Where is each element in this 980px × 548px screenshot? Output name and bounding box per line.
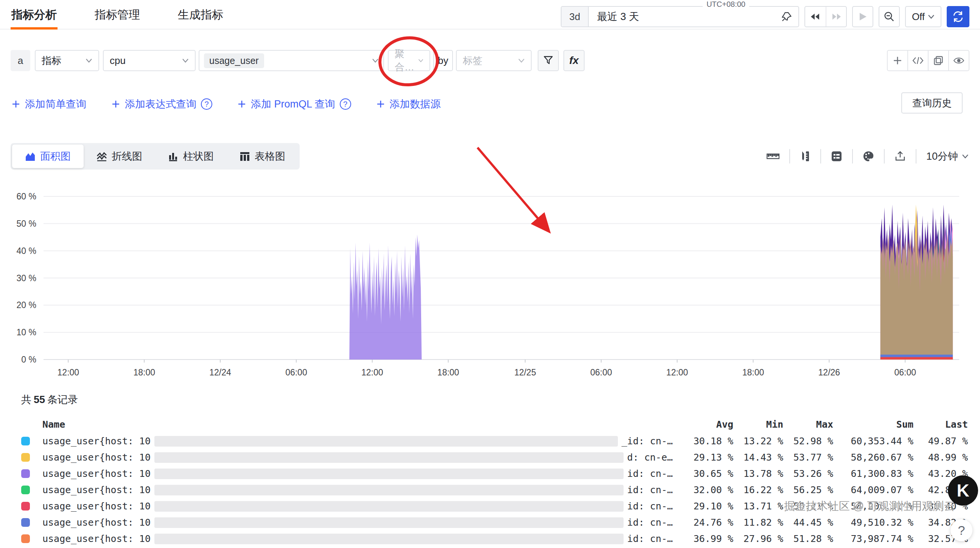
y-axis-tick: 10 % bbox=[17, 327, 36, 337]
add-query-links: 添加简单查询 添加表达式查询 ? 添加 PromQL 查询 ? 添加数据源 查询… bbox=[11, 94, 969, 114]
x-axis-tick: 12/24 bbox=[209, 368, 231, 377]
chart-canvas[interactable]: 0 %10 %20 %30 %40 %50 %60 %12:0018:0012/… bbox=[0, 172, 980, 384]
interval-select[interactable]: 10分钟 bbox=[926, 150, 969, 163]
zoom-out-button[interactable] bbox=[878, 6, 900, 27]
series-name-prefix: usage_user{host: 10 bbox=[42, 468, 151, 479]
tab-metric-analysis[interactable]: 指标分析 bbox=[11, 0, 57, 30]
redacted-host-segment bbox=[154, 468, 624, 479]
y-axis-tick: 60 % bbox=[17, 191, 36, 201]
field-select[interactable]: usage_user bbox=[199, 50, 384, 71]
col-min[interactable]: Min bbox=[733, 419, 783, 430]
filter-button[interactable] bbox=[538, 50, 559, 71]
group-by-tag-select[interactable]: 标签 bbox=[456, 50, 531, 71]
tab-bar-chart[interactable]: 柱状图 bbox=[155, 145, 227, 168]
x-axis-tick: 18:00 bbox=[133, 368, 155, 377]
series-name: usage_user{host: 10 id: cn-… bbox=[42, 517, 673, 528]
toggle-visibility-button[interactable] bbox=[948, 50, 969, 71]
divider bbox=[820, 149, 821, 164]
last-value: 48.99 % bbox=[913, 452, 969, 463]
table-row[interactable]: usage_user{host: 10 id: cn-… 24.76 % 11.… bbox=[11, 514, 969, 530]
area-series[interactable] bbox=[880, 240, 953, 360]
series-color-swatch bbox=[21, 453, 30, 462]
step-forward-button[interactable] bbox=[826, 7, 846, 27]
play-button[interactable] bbox=[852, 6, 873, 27]
auto-refresh-select[interactable]: Off bbox=[905, 6, 942, 27]
series-name-suffix: id: cn-… bbox=[627, 501, 673, 512]
max-value: 56.25 % bbox=[783, 484, 833, 495]
fx-button[interactable]: fx bbox=[563, 50, 585, 71]
table-row[interactable]: usage_user{host: 10 d: cn-e… 29.13 % 14.… bbox=[11, 449, 969, 465]
col-name[interactable]: Name bbox=[42, 419, 673, 430]
help-button[interactable]: ? bbox=[950, 519, 972, 541]
table-row[interactable]: usage_user{host: 10 _id: cn-… 30.18 % 13… bbox=[11, 433, 969, 449]
table-row[interactable]: usage_user{host: 10 id: cn-… 36.99 % 27.… bbox=[11, 530, 969, 547]
legend-table-button[interactable] bbox=[831, 151, 842, 162]
tab-metric-management[interactable]: 指标管理 bbox=[95, 0, 140, 30]
min-value: 13.71 % bbox=[733, 501, 783, 512]
last-value: 49.87 % bbox=[913, 436, 969, 446]
step-back-button[interactable] bbox=[805, 7, 826, 27]
bar-chart-label: 柱状图 bbox=[183, 150, 214, 163]
x-axis-tick: 12/25 bbox=[514, 368, 536, 377]
table-body: usage_user{host: 10 _id: cn-… 30.18 % 13… bbox=[11, 433, 969, 547]
table-row[interactable]: usage_user{host: 10 id: cn-… 32.00 % 16.… bbox=[11, 482, 969, 498]
time-range-picker[interactable]: 3d 最近 3 天 bbox=[561, 6, 799, 27]
add-expression-query-label: 添加表达式查询 bbox=[125, 97, 196, 111]
query-history-button[interactable]: 查询历史 bbox=[901, 92, 963, 113]
tab-area-chart[interactable]: 面积图 bbox=[12, 145, 84, 168]
fx-label: fx bbox=[570, 54, 579, 67]
add-datasource-label: 添加数据源 bbox=[390, 97, 441, 111]
area-series[interactable] bbox=[880, 357, 953, 360]
export-button[interactable] bbox=[894, 151, 906, 162]
series-name-suffix: id: cn-… bbox=[627, 533, 673, 544]
x-axis-tick: 12:00 bbox=[666, 368, 688, 377]
col-avg[interactable]: Avg bbox=[673, 419, 733, 430]
redacted-host-segment bbox=[154, 517, 624, 528]
tab-table-chart[interactable]: 表格图 bbox=[227, 145, 298, 168]
series-name-prefix: usage_user{host: 10 bbox=[42, 452, 151, 463]
sum-value: 61,300.83 % bbox=[833, 468, 913, 479]
max-value: 53.77 % bbox=[783, 452, 833, 463]
area-series[interactable] bbox=[349, 235, 422, 360]
chart-type-tabs: 面积图 折线图 柱状图 表格图 bbox=[11, 143, 300, 170]
avg-value: 29.13 % bbox=[673, 452, 733, 463]
watermark-text: 掘金技术社区 @ 可观测性用观测云 bbox=[784, 499, 955, 514]
query-type-select[interactable]: 指标 bbox=[35, 50, 99, 71]
aggregation-select[interactable]: 聚合… bbox=[388, 50, 430, 71]
refresh-button[interactable] bbox=[947, 6, 969, 27]
field-tag[interactable]: usage_user bbox=[204, 53, 264, 68]
add-simple-query-link[interactable]: 添加简单查询 bbox=[11, 97, 86, 111]
help-icon[interactable]: ? bbox=[340, 99, 351, 110]
min-value: 13.22 % bbox=[733, 436, 783, 446]
interval-value: 10分钟 bbox=[926, 150, 958, 163]
x-axis-tick: 12:00 bbox=[361, 368, 383, 377]
min-value: 27.96 % bbox=[733, 533, 783, 544]
plus-icon bbox=[892, 56, 902, 65]
add-expression-query-link[interactable]: 添加表达式查询 ? bbox=[111, 97, 212, 111]
area-chart-icon bbox=[25, 151, 35, 161]
max-value: 44.45 % bbox=[783, 517, 833, 528]
redacted-host-segment bbox=[154, 534, 624, 544]
add-promql-query-link[interactable]: 添加 PromQL 查询 ? bbox=[237, 97, 351, 111]
series-name-suffix: _id: cn-… bbox=[622, 436, 673, 446]
code-view-button[interactable] bbox=[907, 50, 929, 71]
pin-icon[interactable] bbox=[775, 7, 799, 27]
add-datasource-link[interactable]: 添加数据源 bbox=[376, 97, 441, 111]
add-query-button[interactable] bbox=[887, 50, 908, 71]
timezone-label: UTC+08:00 bbox=[703, 0, 749, 9]
col-max[interactable]: Max bbox=[783, 419, 833, 430]
table-row[interactable]: usage_user{host: 10 id: cn-… 30.65 % 13.… bbox=[11, 465, 969, 482]
palette-button[interactable] bbox=[863, 151, 874, 162]
metric-select[interactable]: cpu bbox=[103, 50, 196, 71]
duplicate-query-button[interactable] bbox=[928, 50, 949, 71]
divider bbox=[916, 149, 916, 164]
line-chart-icon bbox=[97, 151, 107, 161]
col-sum[interactable]: Sum bbox=[833, 419, 913, 430]
help-icon[interactable]: ? bbox=[201, 99, 212, 110]
ruler-button[interactable] bbox=[767, 151, 780, 161]
col-last[interactable]: Last bbox=[913, 419, 969, 430]
pen-ruler-button[interactable] bbox=[800, 151, 810, 162]
tab-generate-metric[interactable]: 生成指标 bbox=[178, 0, 223, 30]
tab-line-chart[interactable]: 折线图 bbox=[84, 145, 155, 168]
timeseries-area-chart[interactable]: 0 %10 %20 %30 %40 %50 %60 %12:0018:0012/… bbox=[0, 172, 980, 384]
